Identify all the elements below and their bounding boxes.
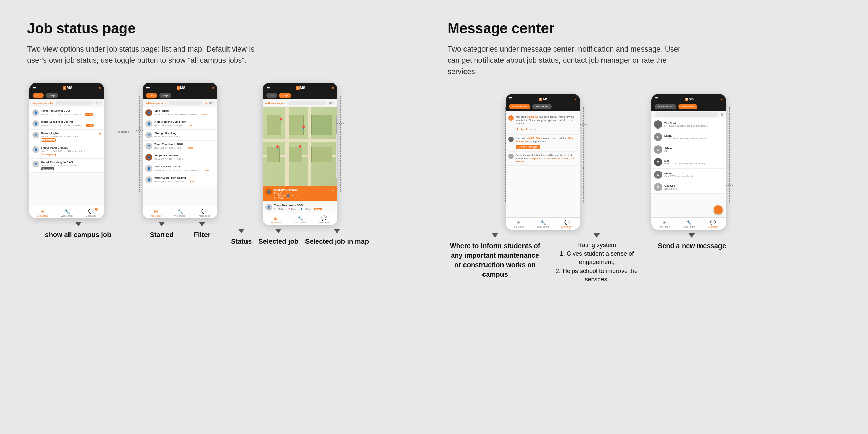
label-selected-in-map: Selected job in map [305,237,369,246]
contact-manager-btn[interactable]: Contact Manager [516,145,541,149]
message-item-timcook[interactable]: T Tim Cook Hi! I have a question about y… [651,118,726,131]
job-item[interactable]: 👤 A Hole on the Gym Floor 01-27-20 HAC R… [143,118,217,130]
arrow-rating [593,233,600,238]
nav-work-order[interactable]: 🔧 Work Order [537,220,549,228]
msg-tab-bar: Notifications Messages [651,104,726,111]
job-status-phones: ☰ FMS ■ List Map ● My campus jobs [27,83,420,246]
job-item[interactable]: 👤 Slippery Staircase 01-22-20 FRN Todd D… [143,152,217,163]
notif-item-status[interactable]: i Your order # 48851245 status has been … [508,135,577,152]
msg-search-bar: ⊞ [651,111,726,118]
nav-work-order[interactable]: 🔧 Work Order [174,209,186,217]
notif-item-construction[interactable]: ! Due to the construction, there will be… [508,152,577,166]
map-view[interactable]: 📍 📍 📍 📍 [263,107,337,186]
all-jobs-toggle[interactable]: ● All campus jobs [145,102,166,104]
tab-notifications[interactable]: Notifications [509,104,531,109]
tab-messages-active[interactable]: Messages [678,104,697,109]
nav-messages[interactable]: 💬 Messages [319,215,330,224]
job-avatar: 👤 [145,120,152,127]
job-title: Strange Smelling [154,132,215,135]
nav-job-status[interactable]: ⊞ Job Status [513,220,524,228]
phone4: ☰ FMS ■ Notifications Messages ★ [506,94,580,230]
nav-messages[interactable]: 💬 Messages 1 [86,209,97,217]
selected-job-card[interactable]: 👤 Slippery Staircase Mary B. 📍 FRN 👤 Tod… [263,186,337,202]
job-item[interactable]: 👤 Sink Repair Adam S. 01-27-20 GWH Mark … [143,107,217,118]
job-item[interactable]: 👤 Door Locked in TGH Edward K. 01-22-00 … [143,163,217,174]
message-center-phones: ☰ FMS ■ Notifications Messages ★ [448,94,841,284]
msg-name-laura: Laura [664,134,723,137]
phone1-header: ☰ FMS ■ [29,83,104,93]
map-pin[interactable]: 📍 [275,145,280,151]
job-item[interactable]: 👤 Temp Too Low In BOO Luke S. 01-23-20 B… [29,107,104,118]
sort-icon[interactable]: ≡ [213,101,215,105]
job-meta: Luke S. 10-02-19 GEH Bob C. [41,135,96,138]
label-status: Status [231,237,252,246]
job-avatar: 👤 [145,154,152,161]
message-item-kevin[interactable]: K Kevin Great! We'll see you shortly. [651,169,726,181]
job-title: Temp Too Low In BOO [41,109,101,112]
menu-icon: ☰ [33,85,37,90]
tab-list[interactable]: List [146,93,157,98]
search-input[interactable] [169,101,202,105]
message-item-laura[interactable]: L Laura This is Laura. Just want to let … [651,131,726,143]
map-pin[interactable]: 📍 [278,118,284,123]
tab-bar: List Map [29,93,104,99]
job-item[interactable]: 👤 Indoor Floor Cleanup Luke S. 06-20-19 … [29,144,104,159]
close-selected-icon[interactable]: ✕ [332,188,335,192]
job-item[interactable]: 👤 Water Leak From Ceiling Luke S. 01-20-… [29,118,104,130]
job-item[interactable]: 👤 Temp Too Low In BOO 01-23-20 BOO Rob C… [143,141,217,152]
tab-map[interactable]: Map [279,93,291,98]
notif-icon-status: i [508,137,514,142]
nav-job-status[interactable]: ⊞ Job Status [151,209,162,217]
nav-work-order-label: Work Order [537,226,549,228]
grid-nav-icon: ⊞ [663,220,667,225]
job-item[interactable]: 👤 Broken Lights Luke S. 10-02-19 GEH Bob… [29,130,104,144]
preview-job-item[interactable]: 👤 Temp Too Low in BOO 01-21-20 📍 BOO 👤 R… [263,202,337,213]
fms-logo: FMS [177,86,186,90]
message-item-adam[interactable]: A Adam Ok [651,143,726,156]
job-info: Strange Smelling 01-24-20 LAH Tina C. [154,132,215,138]
message-item-max[interactable]: M Max Hi Max, Can I ask why the status o… [651,156,726,169]
star-filter-icon[interactable]: ★ [205,101,208,105]
message-item-gaulee[interactable]: G Gau Lee (No subject) [651,181,726,194]
icon-btns: ⊞ ≡ [329,101,335,105]
job-item[interactable]: 👤 Strange Smelling 01-24-20 LAH Tina C. [143,130,217,141]
nav-messages[interactable]: 💬 Messages [561,220,572,228]
nav-job-status[interactable]: ⊞ Job Status [37,209,48,217]
nav-work-order[interactable]: 🔧 Work Order [61,209,73,217]
tab-list[interactable]: List [266,93,277,98]
new-message-fab[interactable]: + [714,205,723,214]
job-item[interactable]: 👤 Water Leak From Ceiling 01-20-20 WAL M… [143,174,217,185]
tab-notifications-msg[interactable]: Notifications [655,104,676,109]
nav-work-order-label: Work Orders [293,221,307,224]
nav-job-status[interactable]: ⊞ Job Status [659,220,670,228]
map-icon: ⊞ [329,101,332,105]
search-input[interactable] [288,101,326,105]
tab-messages-tab[interactable]: Messages [532,104,551,109]
tab-map[interactable]: Map [159,93,172,98]
phone1: ☰ FMS ■ List Map ● My campus jobs [29,83,104,218]
job-item[interactable]: 👤 Out of Electricity in GAN Luke S. 04-1… [29,159,104,173]
filter-icon[interactable]: ⊞ [209,101,212,105]
nav-job-status[interactable]: ⊞ Job Status [270,215,281,224]
nav-work-order[interactable]: 🔧 Work Order [683,220,695,228]
nav-work-order[interactable]: 🔧 Work Orders [293,215,307,224]
nav-work-order-label: Work Order [683,226,695,228]
search-input[interactable] [56,101,93,105]
filter-messages-icon[interactable]: ⊞ [721,113,723,116]
tab-map[interactable]: Map [46,93,58,98]
job-avatar: 👤 [32,132,39,138]
search-input[interactable] [655,112,718,117]
map-pin[interactable]: 📍 [297,145,303,151]
notif-item-rating[interactable]: ★ Your order # 2938402 has been added. T… [508,113,577,135]
my-jobs-toggle[interactable]: ● My campus jobs [32,102,53,104]
phone1-container: ☰ FMS ■ List Map ● My campus jobs [27,83,129,239]
nav-job-status-label: Job Status [659,226,670,228]
nav-messages[interactable]: 💬 Messages [708,220,718,228]
search-row: ● All campus jobs ★ ⊞ ≡ [143,99,217,107]
all-jobs-toggle[interactable]: ● All campus jobs [265,102,286,104]
map-pin[interactable]: 📍 [301,125,307,131]
phone5-header: ☰ FMS ■ [651,94,726,104]
menu-icon: ☰ [266,85,270,90]
nav-messages[interactable]: 💬 Messages [199,209,210,217]
tab-list[interactable]: List [33,93,44,98]
